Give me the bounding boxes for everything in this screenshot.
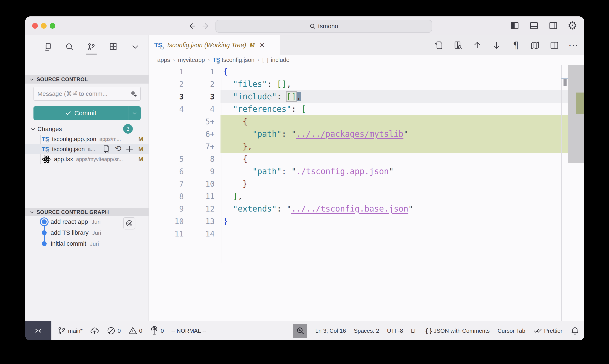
old-line-number: 7: [149, 180, 184, 188]
code-line[interactable]: 1013}: [149, 215, 584, 228]
activity-search-icon[interactable]: [63, 40, 76, 53]
open-changes-icon[interactable]: [433, 40, 444, 51]
status-item-0[interactable]: 0: [150, 326, 164, 335]
code-text: "references": [: [215, 104, 306, 114]
close-icon[interactable]: ✕: [259, 41, 265, 49]
status-item-json-with-comments[interactable]: { }JSON with Comments: [426, 327, 490, 334]
status-item-spaces-2[interactable]: Spaces: 2: [354, 327, 379, 334]
command-center-search[interactable]: tsmono: [216, 20, 432, 33]
code-line[interactable]: 22 "files": [],: [149, 78, 584, 90]
commit-row[interactable]: Initial commitJuri: [25, 238, 149, 249]
activity-chevron-down-icon[interactable]: [129, 40, 142, 53]
code-line[interactable]: 44 "references": [: [149, 103, 584, 115]
zoom-indicator[interactable]: [293, 324, 307, 338]
ts-icon: TS⚙: [213, 57, 220, 64]
source-control-graph-section-header[interactable]: SOURCE CONTROL GRAPH: [25, 208, 149, 216]
map-icon[interactable]: [530, 40, 541, 51]
goto-current-history-item-button[interactable]: [123, 217, 135, 230]
status-item-ln-3-col-16[interactable]: Ln 3, Col 16: [315, 327, 346, 334]
source-control-title: SOURCE CONTROL: [37, 76, 88, 82]
changed-file-row[interactable]: TS⚙tsconfig.app.jsonapps/m...M: [25, 134, 149, 144]
status-item-0[interactable]: 0: [128, 326, 142, 335]
status-item-main-[interactable]: main*: [57, 326, 82, 335]
code-text: "path": "../../packages/mytslib": [215, 129, 408, 139]
arrow-down-icon[interactable]: [491, 40, 502, 51]
status-item-lf[interactable]: LF: [411, 327, 418, 334]
code-token: []: [277, 79, 286, 89]
activity-extensions-icon[interactable]: [106, 40, 120, 53]
code-line[interactable]: 69 "path": "./tsconfig.app.json": [149, 165, 584, 178]
settings-gear-icon[interactable]: ⚙: [567, 20, 578, 31]
activity-bar: [25, 40, 149, 54]
status-item-0[interactable]: 0: [106, 326, 120, 335]
activity-source-control-icon[interactable]: [85, 40, 98, 53]
sparkle-icon[interactable]: [129, 90, 137, 97]
tab-tsconfig-working-tree[interactable]: TS⚙ tsconfig.json (Working Tree) M ✕: [149, 35, 280, 55]
commit-dropdown-button[interactable]: [128, 106, 141, 120]
status-item-bell[interactable]: [570, 326, 580, 335]
status-label: 0: [117, 327, 120, 334]
code-token: ,: [286, 79, 291, 89]
plus-icon[interactable]: [125, 144, 134, 154]
toggle-panel-right-icon[interactable]: [547, 20, 559, 31]
commit-message-input[interactable]: Message (⌘⏎ to comm...: [33, 87, 141, 101]
code-token: [223, 167, 252, 176]
remote-indicator[interactable]: [25, 321, 52, 340]
code-line[interactable]: 6+ "path": "../../packages/mytslib": [149, 128, 584, 140]
status-item-prettier[interactable]: Prettier: [533, 326, 562, 335]
breadcrumb-item-myviteapp[interactable]: myviteapp: [178, 57, 205, 64]
open-file-icon[interactable]: [102, 144, 111, 154]
breadcrumb-item-include[interactable]: [ ]include: [262, 57, 289, 64]
status-item--normal-[interactable]: -- NORMAL --: [171, 327, 206, 334]
toggle-panel-left-icon[interactable]: [509, 20, 520, 31]
code-line[interactable]: 11{: [149, 65, 584, 78]
code-line[interactable]: 710 }: [149, 178, 584, 190]
code-token: [: [301, 104, 306, 114]
source-control-section-header[interactable]: SOURCE CONTROL: [25, 75, 149, 84]
breadcrumb-item-apps[interactable]: apps: [157, 57, 170, 64]
code-line[interactable]: 912 "extends": "../../tsconfig.base.json…: [149, 203, 584, 215]
vscode-window: tsmono ⚙ SOURCE CONTROL Message (⌘⏎ to c…: [25, 16, 584, 340]
code-token: [223, 104, 233, 114]
code-line[interactable]: 811 ],: [149, 190, 584, 203]
code-text: },: [215, 142, 252, 151]
more-icon[interactable]: ⋯: [568, 40, 579, 51]
code-line[interactable]: 7+ },: [149, 140, 584, 153]
close-window-button[interactable]: [32, 23, 38, 29]
status-item-cursor-tab[interactable]: Cursor Tab: [498, 327, 525, 334]
activity-files-icon[interactable]: [41, 40, 54, 53]
error-circle-icon: [106, 326, 116, 335]
code-token: [223, 92, 233, 101]
code-line[interactable]: 33 "include": [],: [149, 90, 584, 103]
code-token: [223, 79, 233, 89]
status-item-utf-8[interactable]: UTF-8: [387, 327, 403, 334]
code-text: }: [215, 217, 228, 226]
status-label: JSON with Comments: [434, 327, 490, 334]
commit-dot-icon: [42, 241, 47, 246]
code-line[interactable]: 1114: [149, 228, 584, 240]
zoom-window-button[interactable]: [50, 23, 55, 29]
status-label: 0: [139, 327, 142, 334]
changed-file-row[interactable]: app.tsxapps/myviteapp/sr...M: [25, 154, 149, 164]
commit-message-placeholder: Message (⌘⏎ to comm...: [38, 90, 129, 97]
code-line[interactable]: 58 {: [149, 153, 584, 165]
status-item-cloud-upload[interactable]: [90, 326, 99, 335]
changed-file-row[interactable]: TS⚙tsconfig.jsona...⟲M: [25, 144, 149, 154]
breadcrumb-item-tsconfig.json[interactable]: TS⚙tsconfig.json: [213, 57, 255, 64]
forward-icon[interactable]: [200, 20, 211, 32]
split-editor-icon[interactable]: [549, 40, 560, 51]
status-label: Prettier: [544, 327, 562, 334]
discard-icon[interactable]: ⟲: [115, 144, 121, 154]
code-editor[interactable]: 11{22 "files": [],33 "include": [],44 "r…: [149, 65, 584, 321]
toggle-panel-bottom-icon[interactable]: [528, 20, 540, 31]
breadcrumb-separator: ›: [208, 57, 210, 63]
ts-file-icon: TS⚙: [42, 146, 49, 153]
code-token: [223, 154, 243, 164]
commit-button[interactable]: Commit: [33, 106, 141, 120]
arrow-up-icon[interactable]: [472, 40, 483, 51]
code-line[interactable]: 5+ {: [149, 115, 584, 128]
minimize-window-button[interactable]: [41, 23, 47, 29]
pilcrow-icon[interactable]: ¶: [510, 40, 521, 51]
compare-file-icon[interactable]: [453, 40, 464, 51]
back-icon[interactable]: [186, 20, 197, 32]
